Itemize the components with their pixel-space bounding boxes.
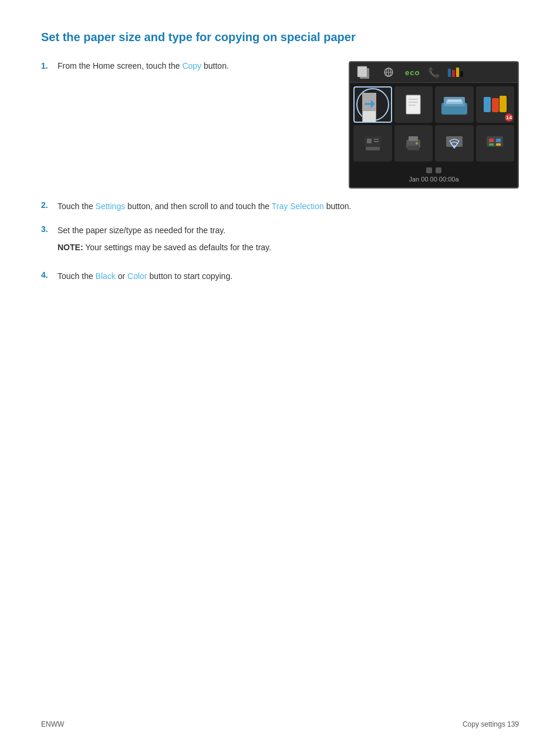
step-1-layout: From the Home screen, touch the Copy but… — [58, 61, 519, 189]
page-title: Set the paper size and type for copying … — [41, 29, 519, 45]
grid-cartridge-cell[interactable]: 14 — [476, 86, 515, 123]
svg-rect-19 — [367, 139, 372, 143]
footer-left: ENWW — [41, 720, 64, 728]
grid-cell-7[interactable] — [435, 125, 474, 162]
svg-rect-23 — [409, 136, 418, 141]
step-4-after: button to start copying. — [147, 271, 233, 281]
scan-icon — [441, 95, 467, 115]
step-4-row: 4. Touch the Black or Color button to st… — [41, 270, 519, 283]
tray-selection-link[interactable]: Tray Selection — [272, 201, 324, 211]
svg-rect-14 — [484, 97, 491, 112]
page-footer: ENWW Copy settings 139 — [41, 720, 519, 728]
step-1-number: 1. — [41, 61, 58, 70]
status-dot-1 — [426, 167, 432, 173]
svg-rect-20 — [374, 139, 379, 140]
footer-right: Copy settings 139 — [463, 720, 519, 728]
cartridge-icon — [483, 93, 507, 116]
step-1-text-after: button. — [201, 61, 229, 70]
print-icon — [404, 135, 423, 152]
step-1-text: From the Home screen, touch the Copy but… — [58, 61, 349, 70]
screen-toolbar: eco 📞 — [350, 62, 518, 83]
svg-rect-29 — [489, 139, 494, 142]
black-link[interactable]: Black — [96, 271, 116, 281]
step-2-number: 2. — [41, 200, 58, 210]
step-3-main: Set the paper size/type as needed for th… — [58, 226, 225, 235]
status-dots — [426, 167, 441, 173]
svg-rect-15 — [492, 98, 499, 112]
svg-rect-9 — [409, 105, 416, 106]
grid-cell-8[interactable] — [476, 125, 515, 162]
svg-point-27 — [453, 145, 456, 147]
page-content: Set the paper size and type for copying … — [0, 0, 560, 330]
step-1-row: 1. From the Home screen, touch the Copy … — [41, 61, 519, 189]
svg-rect-16 — [500, 96, 507, 112]
step-3-content: Set the paper size/type as needed for th… — [58, 224, 519, 258]
svg-rect-1 — [357, 66, 367, 77]
grid-copy-cell[interactable] — [353, 86, 392, 123]
svg-rect-7 — [409, 99, 418, 100]
status-date: Jan 00 00 00:00a — [409, 176, 458, 183]
copy-doc-icon — [362, 93, 383, 116]
color-link[interactable]: Color — [127, 271, 147, 281]
step-4-number: 4. — [41, 270, 58, 280]
screen-bottom: Jan 00 00 00:00a — [350, 165, 518, 187]
step-4-before: Touch the — [58, 271, 96, 281]
note-label: NOTE: — [58, 243, 83, 252]
step-3-row: 3. Set the paper size/type as needed for… — [41, 224, 519, 258]
toolbar-copy-icon — [356, 66, 372, 79]
svg-rect-31 — [489, 143, 494, 146]
note-text: Your settings may be saved as defaults f… — [83, 243, 271, 252]
svg-rect-24 — [407, 146, 419, 150]
svg-point-25 — [416, 142, 418, 145]
eco-label: eco — [405, 68, 420, 77]
step-2-middle: button, and then scroll to and touch the — [125, 201, 272, 211]
step-2-after: button. — [324, 201, 352, 211]
svg-rect-18 — [366, 147, 380, 150]
step-2-row: 2. Touch the Settings button, and then s… — [41, 200, 519, 213]
grid-cell-5[interactable] — [353, 125, 392, 162]
status-dot-2 — [436, 167, 441, 173]
step-2-before: Touch the — [58, 201, 96, 211]
svg-rect-30 — [496, 139, 501, 142]
wireless-icon — [445, 135, 464, 152]
svg-rect-32 — [496, 143, 501, 146]
badge-14: 14 — [505, 113, 513, 122]
toolbar-network-icon — [380, 66, 397, 79]
svg-rect-13 — [447, 99, 461, 102]
step-4-content: Touch the Black or Color button to start… — [58, 270, 519, 283]
settings-link[interactable]: Settings — [96, 201, 126, 211]
phone-icon: 📞 — [428, 67, 440, 78]
step-4-middle: or — [116, 271, 127, 281]
svg-rect-21 — [374, 141, 379, 142]
screen-app-grid: 14 — [350, 83, 518, 165]
apps-icon — [485, 135, 504, 152]
grid-scan-cell[interactable] — [435, 86, 474, 123]
step-2-content: Touch the Settings button, and then scro… — [58, 200, 519, 213]
grid-cell-6[interactable] — [394, 125, 433, 162]
copy-link[interactable]: Copy — [182, 61, 201, 70]
step-3-number: 3. — [41, 224, 58, 234]
settings-icon — [363, 135, 382, 152]
paper-icon — [405, 94, 421, 115]
svg-rect-8 — [409, 102, 418, 103]
printer-screen-image: eco 📞 — [349, 61, 519, 189]
step-1-text-before: From the Home screen, touch the — [58, 61, 182, 70]
grid-paper-cell[interactable] — [394, 86, 433, 123]
ink-levels-icon — [448, 68, 463, 77]
note-block: NOTE: Your settings may be saved as defa… — [58, 241, 519, 254]
